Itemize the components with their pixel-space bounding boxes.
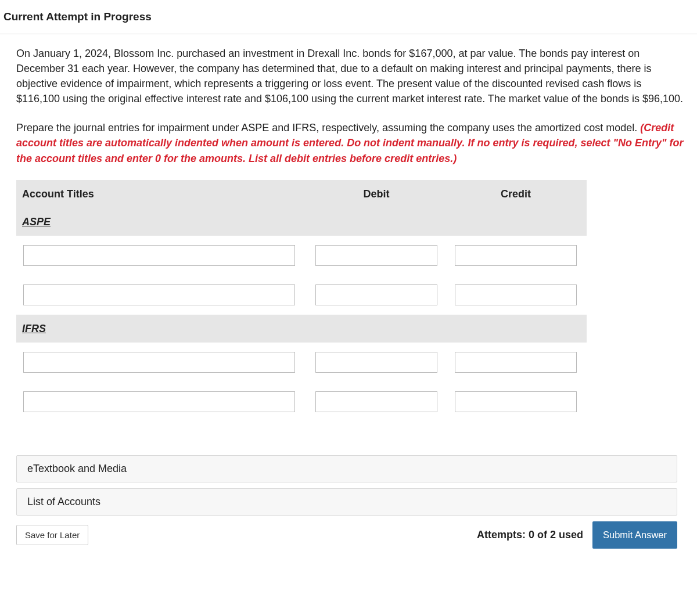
- account-title-input[interactable]: [23, 352, 295, 373]
- question-header: Current Attempt in Progress: [0, 0, 697, 34]
- resource-links: eTextbook and Media List of Accounts: [16, 455, 684, 516]
- problem-instructions: Prepare the journal entries for impairme…: [16, 120, 684, 165]
- credit-input[interactable]: [455, 391, 577, 412]
- question-body: On January 1, 2024, Blossom Inc. purchas…: [0, 34, 697, 549]
- account-title-input[interactable]: [23, 391, 295, 412]
- credit-input[interactable]: [455, 284, 577, 305]
- journal-entry-table: Account Titles Debit Credit ASPE IFRS: [16, 180, 587, 422]
- section-row-ifrs: IFRS: [16, 315, 587, 343]
- footer-right-group: Attempts: 0 of 2 used Submit Answer: [477, 521, 677, 549]
- debit-input[interactable]: [315, 245, 437, 266]
- debit-input[interactable]: [315, 352, 437, 373]
- section-label-ifrs: IFRS: [16, 321, 307, 336]
- section-row-aspe: ASPE: [16, 208, 587, 236]
- table-header-row: Account Titles Debit Credit: [16, 180, 587, 208]
- table-row: [16, 343, 587, 382]
- submit-answer-button[interactable]: Submit Answer: [592, 521, 677, 549]
- col-header-debit: Debit: [307, 186, 446, 201]
- credit-input[interactable]: [455, 352, 577, 373]
- table-row: [16, 382, 587, 422]
- instructions-plain: Prepare the journal entries for impairme…: [16, 122, 640, 134]
- credit-input[interactable]: [455, 245, 577, 266]
- section-label-aspe: ASPE: [16, 214, 307, 229]
- footer-bar: Save for Later Attempts: 0 of 2 used Sub…: [16, 521, 677, 549]
- attempts-label: Attempts: 0 of 2 used: [477, 527, 583, 542]
- debit-input[interactable]: [315, 391, 437, 412]
- save-for-later-button[interactable]: Save for Later: [16, 525, 88, 545]
- problem-statement: On January 1, 2024, Blossom Inc. purchas…: [16, 46, 684, 106]
- table-row: [16, 236, 587, 275]
- debit-input[interactable]: [315, 284, 437, 305]
- account-title-input[interactable]: [23, 245, 295, 266]
- col-header-credit: Credit: [446, 186, 585, 201]
- table-row: [16, 275, 587, 315]
- account-title-input[interactable]: [23, 284, 295, 305]
- question-title: Current Attempt in Progress: [3, 10, 694, 23]
- etextbook-button[interactable]: eTextbook and Media: [16, 455, 677, 482]
- col-header-account-titles: Account Titles: [16, 186, 307, 201]
- list-of-accounts-button[interactable]: List of Accounts: [16, 488, 677, 516]
